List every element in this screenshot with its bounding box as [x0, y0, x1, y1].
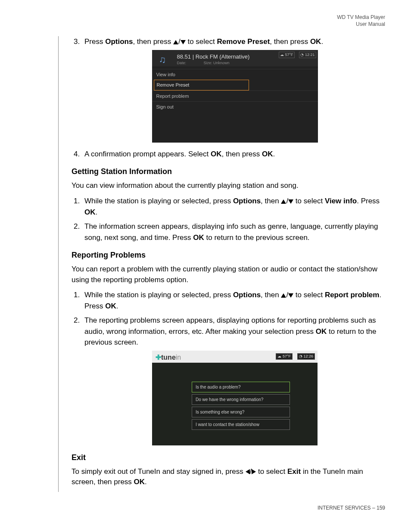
menu-sign-out: Sign out: [152, 101, 318, 112]
up-arrow-icon: [281, 293, 286, 298]
weather-badge: ☁ 57°F: [276, 353, 293, 360]
screenshot-remove-preset: ♫ 88.51 | Rock FM (Alternative) Date: Si…: [152, 50, 318, 143]
option-contact-station: I want to contact the station/show: [192, 419, 290, 430]
left-arrow-icon: [246, 469, 250, 474]
down-arrow-icon: [288, 199, 293, 204]
footer-page: – 159: [371, 505, 385, 511]
heading-getting-station-info: Getting Station Information: [72, 167, 385, 176]
footer-section: INTERNET SERVICES: [318, 505, 371, 511]
up-arrow-icon: [281, 199, 286, 204]
option-something-else: Is something else wrong?: [192, 407, 290, 417]
music-note-icon: ♫: [159, 53, 166, 67]
step-4: A confirmation prompt appears. Select OK…: [82, 149, 385, 160]
tunein-logo: ✚tunein: [156, 352, 181, 363]
page-footer: INTERNET SERVICES – 159: [26, 505, 385, 511]
up-arrow-icon: [173, 40, 178, 44]
content-column: Press Options, then press / to select Re…: [58, 36, 385, 492]
size-label: Size: Unknown: [204, 60, 230, 66]
para-exit: To simply exit out of TuneIn and stay si…: [72, 467, 385, 488]
screenshot-report-problem: ✚tunein ☁ 57°F ◔ 12:26 Is the audio a pr…: [152, 351, 318, 445]
report-step-2: The reporting problems screen appears, d…: [82, 315, 385, 445]
heading-reporting-problems: Reporting Problems: [72, 251, 385, 260]
station-info-step-2: The information screen appears, displayi…: [82, 221, 385, 243]
down-arrow-icon: [181, 40, 186, 44]
report-step-1: While the station is playing or selected…: [82, 289, 385, 311]
time-badge: ◔ 12:26: [297, 353, 315, 360]
step-3: Press Options, then press / to select Re…: [82, 36, 385, 143]
menu-view-info: View info: [152, 69, 318, 80]
heading-exit: Exit: [72, 453, 385, 462]
menu-remove-preset: Remove Preset: [154, 80, 249, 90]
station-title: 88.51 | Rock FM (Alternative): [177, 53, 250, 61]
date-label: Date:: [177, 60, 187, 66]
down-arrow-icon: [288, 293, 293, 298]
weather-badge: ☁ 57°F: [279, 52, 295, 59]
para-reporting-problems: You can report a problem with the curren…: [72, 264, 385, 285]
menu-report-problem: Report problem: [152, 90, 318, 102]
time-badge: ◔ 12:21: [299, 52, 316, 59]
header-line2: User Manual: [356, 21, 385, 27]
para-station-info: You can view information about the curre…: [72, 180, 385, 191]
station-info-step-1: While the station is playing or selected…: [82, 196, 385, 218]
header-line1: WD TV Media Player: [337, 14, 385, 20]
option-wrong-info: Do we have the wrong information?: [192, 394, 290, 405]
right-arrow-icon: [252, 469, 256, 474]
option-audio-problem: Is the audio a problem?: [192, 382, 290, 392]
page-header: WD TV Media Player User Manual: [26, 14, 385, 28]
